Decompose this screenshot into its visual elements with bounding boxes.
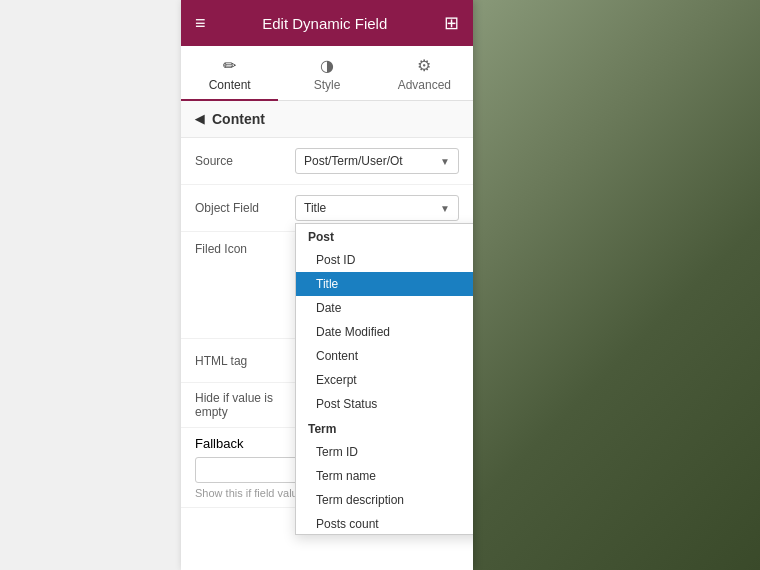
object-field-control: Title ▼ Post Post ID Title Date Date Mod… [295,195,459,221]
dropdown-item-term-name[interactable]: Term name [296,464,473,488]
hide-if-empty-label: Hide if value is empty [195,391,295,419]
tab-content[interactable]: ✏ Content [181,46,278,100]
source-select[interactable]: Post/Term/User/Ot ▼ [295,148,459,174]
dropdown-item-term-description[interactable]: Term description [296,488,473,512]
tab-content-label: Content [209,78,251,92]
source-row: Source Post/Term/User/Ot ▼ [181,138,473,185]
dropdown-item-content[interactable]: Content [296,344,473,368]
content-tab-icon: ✏ [223,56,236,75]
dropdown-item-date-modified[interactable]: Date Modified [296,320,473,344]
left-area [0,0,181,570]
advanced-tab-icon: ⚙ [417,56,431,75]
dropdown-group-post: Post [296,224,473,248]
object-field-arrow-icon: ▼ [440,203,450,214]
content-section-header: ◀ Content [181,101,473,138]
style-tab-icon: ◑ [320,56,334,75]
dropdown-item-term-id[interactable]: Term ID [296,440,473,464]
filed-icon-label: Filed Icon [195,242,295,256]
background-image [460,0,760,570]
dropdown-item-title[interactable]: Title [296,272,473,296]
tab-bar: ✏ Content ◑ Style ⚙ Advanced [181,46,473,101]
source-arrow-icon: ▼ [440,156,450,167]
edit-panel: ≡ Edit Dynamic Field ⊞ ✏ Content ◑ Style… [181,0,473,570]
dropdown-item-post-status[interactable]: Post Status [296,392,473,416]
dropdown-item-date[interactable]: Date [296,296,473,320]
tab-style-label: Style [314,78,341,92]
dropdown-list: Post Post ID Title Date Date Modified Co… [296,224,473,534]
section-arrow-icon: ◀ [195,112,204,126]
object-field-label: Object Field [195,201,295,215]
tab-advanced-label: Advanced [398,78,451,92]
dropdown-item-post-id[interactable]: Post ID [296,248,473,272]
panel-header: ≡ Edit Dynamic Field ⊞ [181,0,473,46]
object-field-dropdown[interactable]: Post Post ID Title Date Date Modified Co… [295,223,473,535]
object-field-row: Object Field Title ▼ Post Post ID Title … [181,185,473,232]
grid-icon[interactable]: ⊞ [444,12,459,34]
tab-advanced[interactable]: ⚙ Advanced [376,46,473,100]
dropdown-item-excerpt[interactable]: Excerpt [296,368,473,392]
panel-title: Edit Dynamic Field [206,15,444,32]
tab-style[interactable]: ◑ Style [278,46,375,100]
panel-content: ◀ Content Source Post/Term/User/Ot ▼ Obj… [181,101,473,570]
source-value: Post/Term/User/Ot [304,154,403,168]
source-label: Source [195,154,295,168]
object-field-value: Title [304,201,326,215]
object-field-select[interactable]: Title ▼ [295,195,459,221]
html-tag-label: HTML tag [195,354,295,368]
source-control: Post/Term/User/Ot ▼ [295,148,459,174]
dropdown-group-term: Term [296,416,473,440]
menu-icon[interactable]: ≡ [195,13,206,34]
dropdown-item-posts-count[interactable]: Posts count [296,512,473,534]
section-title: Content [212,111,265,127]
